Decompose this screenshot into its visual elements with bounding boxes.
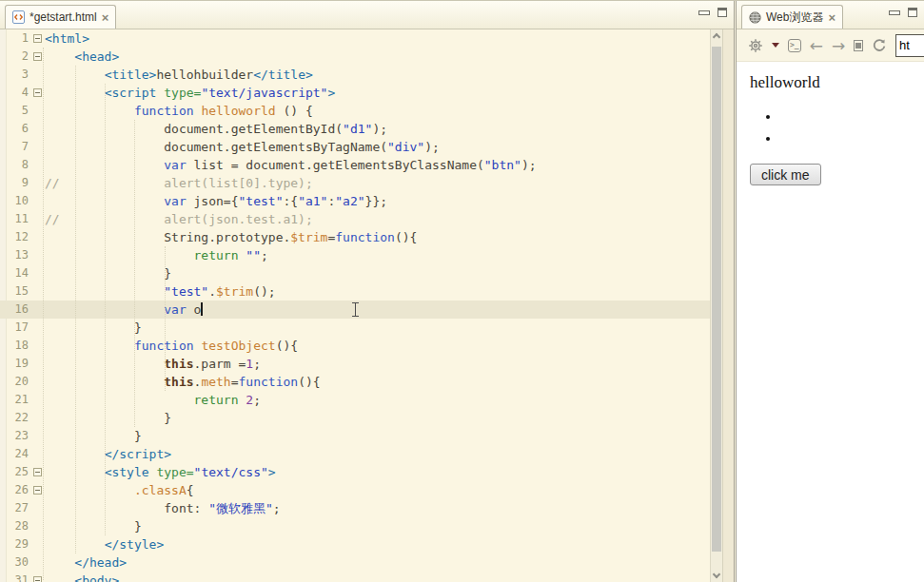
- code-line[interactable]: 1<html>: [0, 29, 710, 48]
- code-line[interactable]: 3 <title>hellohbuilder</title>: [0, 66, 710, 84]
- code-line[interactable]: 26 .classA{: [0, 481, 710, 499]
- code-token: <body>: [74, 573, 119, 582]
- maximize-icon[interactable]: [718, 8, 727, 17]
- code-area[interactable]: 1<html>2 <head>3 <title>hellohbuilder</t…: [0, 29, 710, 582]
- code-token: "a1": [298, 194, 327, 208]
- code-line[interactable]: 14 }: [0, 264, 710, 282]
- code-line[interactable]: 25 <style type="text/css">: [0, 463, 710, 481]
- code-line[interactable]: 31 <body>: [0, 572, 710, 582]
- code-text[interactable]: }: [45, 319, 710, 337]
- code-text[interactable]: .classA{: [45, 481, 710, 499]
- code-line[interactable]: 5 function helloworld () {: [0, 102, 710, 120]
- globe-icon: [749, 11, 761, 24]
- code-line[interactable]: 28 }: [0, 517, 710, 535]
- code-text[interactable]: // alert(list[0].type);: [45, 174, 710, 192]
- code-token: list = document.getElementsByClassName(: [187, 158, 484, 172]
- settings-gear-icon[interactable]: [748, 38, 763, 53]
- code-text[interactable]: // alert(json.test.a1);: [45, 210, 710, 228]
- code-text[interactable]: this.meth=function(){: [45, 373, 710, 391]
- dropdown-caret-icon[interactable]: [772, 43, 779, 48]
- code-line[interactable]: 2 <head>: [0, 48, 710, 66]
- code-line[interactable]: 9// alert(list[0].type);: [0, 174, 710, 192]
- code-text[interactable]: }: [45, 409, 710, 427]
- code-text[interactable]: String.prototype.$trim=function(){: [45, 228, 710, 246]
- scroll-up-icon[interactable]: [713, 33, 720, 41]
- close-icon[interactable]: ×: [828, 11, 836, 24]
- minimize-icon[interactable]: [698, 10, 710, 15]
- code-line[interactable]: 8 var list = document.getElementsByClass…: [0, 156, 710, 174]
- mouse-text-cursor: [351, 302, 360, 317]
- code-line[interactable]: 30 </head>: [0, 553, 710, 572]
- code-token: ;: [253, 357, 261, 371]
- code-line[interactable]: 20 this.meth=function(){: [0, 373, 710, 391]
- code-text[interactable]: <html>: [45, 29, 710, 48]
- tab-getstart-html[interactable]: *getstart.html ×: [5, 5, 116, 29]
- code-line[interactable]: 18 function testObject(){: [0, 337, 710, 355]
- code-line[interactable]: 15 "test".$trim();: [0, 282, 710, 301]
- console-icon[interactable]: >_: [788, 39, 801, 52]
- code-text[interactable]: </script>: [45, 445, 710, 463]
- code-line[interactable]: 7 document.getElementsByTagName("div");: [0, 138, 710, 156]
- code-line[interactable]: 24 </script>: [0, 445, 710, 463]
- close-icon[interactable]: ×: [102, 11, 109, 24]
- code-token: (){: [276, 339, 298, 353]
- code-token: 2: [246, 393, 253, 407]
- code-text[interactable]: font: "微软雅黑";: [45, 499, 710, 517]
- line-number: 2: [0, 48, 31, 66]
- code-text[interactable]: return 2;: [45, 391, 710, 409]
- code-token: );: [521, 158, 537, 172]
- scroll-down-icon[interactable]: [713, 571, 720, 578]
- code-text[interactable]: document.getElementById("d1");: [45, 120, 710, 138]
- code-text[interactable]: <script type="text/javascript">: [45, 84, 710, 102]
- code-text[interactable]: </style>: [45, 535, 710, 553]
- code-text[interactable]: var o: [45, 301, 710, 319]
- code-line[interactable]: 6 document.getElementById("d1");: [0, 120, 710, 138]
- scrollbar-thumb[interactable]: [712, 47, 721, 552]
- code-line[interactable]: 21 return 2;: [0, 391, 710, 409]
- code-line[interactable]: 12 String.prototype.$trim=function(){: [0, 228, 710, 246]
- code-line[interactable]: 4 <script type="text/javascript">: [0, 84, 710, 102]
- maximize-icon[interactable]: [908, 8, 917, 17]
- code-token: font:: [164, 501, 208, 515]
- minimize-icon[interactable]: [889, 10, 900, 15]
- code-text[interactable]: document.getElementsByTagName("div");: [45, 138, 710, 156]
- fold-toggle-icon[interactable]: [31, 29, 45, 48]
- stop-icon[interactable]: [854, 40, 863, 51]
- code-token: }: [134, 429, 142, 443]
- code-text[interactable]: }: [45, 517, 710, 535]
- code-text[interactable]: <style type="text/css">: [45, 463, 710, 481]
- line-number: 3: [0, 66, 31, 84]
- code-line[interactable]: 11// alert(json.test.a1);: [0, 210, 710, 228]
- code-text[interactable]: function testObject(){: [45, 337, 710, 355]
- tab-web-browser[interactable]: Web浏览器 ×: [741, 5, 843, 29]
- code-text[interactable]: <title>hellohbuilder</title>: [45, 66, 710, 84]
- code-text[interactable]: }: [45, 264, 710, 282]
- web-browser-panel: Web浏览器 × >_ ← →: [737, 1, 924, 582]
- code-text[interactable]: <body>: [45, 572, 710, 582]
- code-token: "div": [387, 140, 424, 154]
- code-line[interactable]: 19 this.parm =1;: [0, 355, 710, 373]
- code-line[interactable]: 23 }: [0, 427, 710, 445]
- code-line[interactable]: 10 var json={"test":{"a1":"a2"}};: [0, 192, 710, 210]
- url-input[interactable]: [895, 34, 924, 57]
- code-text[interactable]: "test".$trim();: [45, 282, 710, 301]
- line-number: 15: [0, 282, 31, 301]
- editor-vertical-scrollbar[interactable]: [710, 29, 722, 582]
- code-text[interactable]: this.parm =1;: [45, 355, 710, 373]
- code-line[interactable]: 17 }: [0, 319, 710, 337]
- code-text[interactable]: }: [45, 427, 710, 445]
- refresh-icon[interactable]: [872, 38, 887, 53]
- code-line[interactable]: 27 font: "微软雅黑";: [0, 499, 710, 517]
- code-line[interactable]: 29 </style>: [0, 535, 710, 553]
- code-text[interactable]: var json={"test":{"a1":"a2"}};: [45, 192, 710, 210]
- code-text[interactable]: function helloworld () {: [45, 102, 710, 120]
- code-line[interactable]: 13 return "";: [0, 246, 710, 264]
- code-text[interactable]: <head>: [45, 48, 710, 66]
- code-line[interactable]: 22 }: [0, 409, 710, 427]
- click-me-button[interactable]: click me: [750, 164, 821, 185]
- code-text[interactable]: var list = document.getElementsByClassNa…: [45, 156, 710, 174]
- back-arrow-icon[interactable]: ←: [810, 36, 823, 55]
- code-text[interactable]: return "";: [45, 246, 710, 264]
- code-text[interactable]: </head>: [45, 553, 710, 572]
- forward-arrow-icon[interactable]: →: [832, 36, 845, 55]
